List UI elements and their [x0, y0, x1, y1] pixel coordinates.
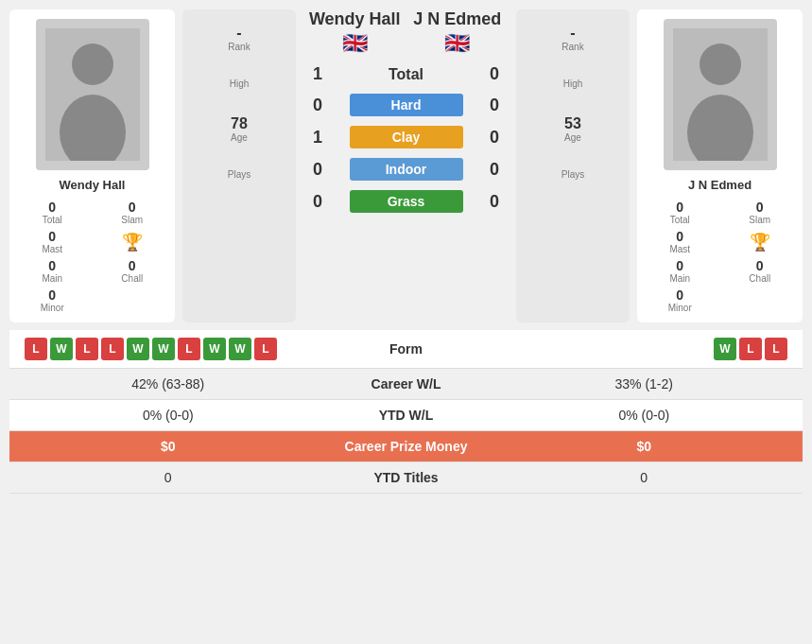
player2-age-row: 53 Age — [524, 108, 622, 149]
p2-total-score: 0 — [480, 64, 509, 84]
player1-main-label: Main — [42, 273, 62, 284]
score-rows: 1 Total 0 0 Hard 0 1 Clay 0 0 Indoor — [303, 61, 509, 216]
player2-main-stat: 0 Main — [645, 258, 716, 284]
trophy2-icon: 🏆 — [750, 232, 770, 252]
player1-age-label: Age — [231, 132, 248, 143]
form-badge: L — [101, 338, 124, 360]
form-badge: L — [178, 338, 200, 360]
player1-mast-label: Mast — [42, 244, 62, 254]
player2-name-center: J N Edmed — [413, 9, 501, 29]
grass-score-row: 0 Grass 0 — [303, 187, 509, 216]
main-container: Wendy Hall 0 Total 0 Slam 0 Mast 🏆 — [0, 0, 812, 503]
career-wl-row: 42% (63-88) Career W/L 33% (1-2) — [9, 369, 803, 400]
player2-stats: 0 Total 0 Slam 0 Mast 🏆 0 Main — [645, 200, 795, 313]
player1-plays-label: Plays — [228, 169, 251, 180]
player1-age-value: 78 — [231, 115, 248, 132]
player1-total-stat: 0 Total — [17, 200, 88, 225]
player2-slam-stat: 0 Slam — [725, 200, 796, 225]
form-badge: W — [50, 338, 73, 360]
p2-prize: $0 — [501, 439, 788, 454]
player2-detail-card: - Rank High 53 Age Plays — [516, 9, 630, 322]
player1-total-label: Total — [43, 215, 62, 225]
form-badge: W — [152, 338, 175, 360]
player1-chall-label: Chall — [121, 273, 143, 284]
p2-grass-score: 0 — [480, 192, 509, 212]
player1-plays-row: Plays — [190, 153, 288, 195]
player2-total-stat: 0 Total — [645, 200, 716, 225]
player2-header-block: J N Edmed 🇬🇧 — [406, 9, 510, 56]
player1-total-value: 0 — [48, 200, 56, 215]
svg-point-4 — [700, 44, 741, 85]
p1-career-wl: 42% (63-88) — [25, 376, 312, 392]
player2-high-label: High — [563, 78, 583, 89]
player2-minor-value: 0 — [676, 287, 683, 303]
player1-mast-value: 0 — [48, 229, 56, 244]
p2-ytd-titles: 0 — [501, 470, 788, 485]
player2-slam-label: Slam — [749, 215, 770, 225]
player1-minor-value: 0 — [48, 287, 56, 303]
player2-form-badges: W L L — [501, 338, 788, 360]
total-label: Total — [332, 66, 480, 83]
player1-name: Wendy Hall — [60, 178, 126, 192]
player1-chall-value: 0 — [129, 258, 136, 273]
player2-chall-value: 0 — [756, 258, 764, 273]
player2-mast-label: Mast — [669, 244, 690, 254]
form-section: L W L L W W L W W L Form W L L — [9, 330, 803, 369]
top-section: Wendy Hall 0 Total 0 Slam 0 Mast 🏆 — [9, 9, 803, 322]
svg-point-1 — [72, 44, 113, 85]
player1-name-center: Wendy Hall — [309, 9, 401, 29]
ytd-wl-label: YTD W/L — [312, 408, 501, 423]
player1-slam-label: Slam — [121, 215, 143, 225]
player2-mast-stat: 0 Mast — [645, 229, 716, 254]
names-header: Wendy Hall 🇬🇧 J N Edmed 🇬🇧 — [303, 9, 509, 56]
player2-trophy: 🏆 — [725, 229, 796, 254]
player1-high-label: High — [230, 78, 250, 89]
player1-header-block: Wendy Hall 🇬🇧 — [303, 9, 406, 56]
form-badge: L — [739, 338, 762, 360]
player1-avatar — [36, 19, 149, 170]
player1-minor-stat: 0 Minor — [17, 287, 88, 313]
player1-mast-stat: 0 Mast — [17, 229, 88, 254]
player1-high-row: High — [190, 62, 288, 104]
p1-ytd-titles: 0 — [25, 470, 312, 485]
player1-card: Wendy Hall 0 Total 0 Slam 0 Mast 🏆 — [9, 9, 175, 322]
p1-ytd-wl: 0% (0-0) — [25, 408, 312, 423]
prize-money-row: $0 Career Prize Money $0 — [9, 431, 803, 462]
hard-score-row: 0 Hard 0 — [303, 91, 509, 119]
p2-career-wl: 33% (1-2) — [501, 376, 788, 392]
player1-flag: 🇬🇧 — [342, 31, 368, 56]
p1-prize: $0 — [25, 439, 312, 454]
career-wl-label: Career W/L — [312, 376, 501, 392]
p1-clay-score: 1 — [303, 128, 332, 148]
p2-ytd-wl: 0% (0-0) — [501, 408, 788, 423]
player2-high-row: High — [524, 62, 622, 104]
hard-badge: Hard — [350, 94, 463, 116]
player2-avatar — [664, 19, 777, 170]
player2-plays-row: Plays — [524, 153, 622, 195]
p1-grass-score: 0 — [303, 192, 332, 212]
player1-form-badges: L W L L W W L W W L — [25, 338, 312, 360]
prize-label: Career Prize Money — [312, 439, 501, 454]
player2-mast-value: 0 — [676, 229, 683, 244]
player2-flag: 🇬🇧 — [444, 31, 470, 56]
form-badge: W — [229, 338, 251, 360]
player1-rank-row: - Rank — [190, 17, 288, 59]
p2-clay-score: 0 — [480, 128, 509, 148]
player1-detail-card: - Rank High 78 Age Plays — [182, 9, 296, 322]
clay-badge: Clay — [350, 126, 463, 148]
form-badge: L — [25, 338, 47, 360]
p1-hard-score: 0 — [303, 96, 332, 115]
player2-name: J N Edmed — [688, 178, 752, 192]
player2-total-value: 0 — [676, 200, 683, 215]
trophy-icon: 🏆 — [122, 232, 143, 252]
player1-rank-label: Rank — [228, 42, 250, 52]
player2-age-value: 53 — [564, 115, 581, 132]
center-score-area: Wendy Hall 🇬🇧 J N Edmed 🇬🇧 1 Total 0 — [303, 9, 509, 322]
player1-stats: 0 Total 0 Slam 0 Mast 🏆 0 Main — [17, 200, 167, 313]
player2-main-label: Main — [669, 273, 690, 284]
player2-card: J N Edmed 0 Total 0 Slam 0 Mast 🏆 — [637, 9, 803, 322]
form-badge: W — [714, 338, 736, 360]
ytd-titles-row: 0 YTD Titles 0 — [9, 462, 803, 494]
player2-minor-label: Minor — [668, 303, 692, 313]
player1-chall-stat: 0 Chall — [97, 258, 168, 284]
